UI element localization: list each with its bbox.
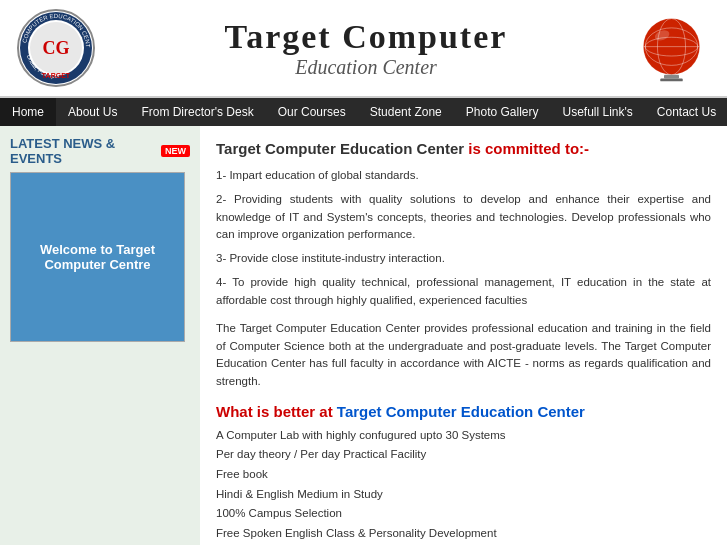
benefit-4: 100% Campus Selection (216, 504, 711, 524)
section2-title: What is better at Target Computer Educat… (216, 403, 711, 420)
point-2: 2- Providing students with quality solut… (216, 191, 711, 244)
benefit-5: Free Spoken English Class & Personality … (216, 524, 711, 544)
nav-gallery[interactable]: Photo Gallery (454, 98, 551, 126)
section1-title: Target Computer Education Center is comm… (216, 140, 711, 157)
svg-rect-15 (660, 78, 683, 81)
sidebar: LATEST NEWS & EVENTS NEW Welcome to Targ… (0, 126, 200, 545)
nav-home[interactable]: Home (0, 98, 56, 126)
section2: What is better at Target Computer Educat… (216, 403, 711, 545)
nav-contact[interactable]: Contact Us (645, 98, 727, 126)
benefit-3: Hindi & English Medium in Study (216, 485, 711, 505)
benefit-list: A Computer Lab with highly confugured up… (216, 426, 711, 545)
sidebar-image-text: Welcome to Target Computer Centre (21, 242, 174, 272)
content-area: Target Computer Education Center is comm… (200, 126, 727, 545)
nav-courses[interactable]: Our Courses (266, 98, 358, 126)
section1-title-normal: Target Computer Education Center (216, 140, 464, 157)
benefit-0: A Computer Lab with highly confugured up… (216, 426, 711, 446)
section2-title-normal: What is better at (216, 403, 333, 420)
globe-image (631, 11, 711, 86)
info-para: The Target Computer Education Center pro… (216, 320, 711, 391)
benefit-1: Per day theory / Per day Practical Facil… (216, 445, 711, 465)
news-header: LATEST NEWS & EVENTS NEW (10, 136, 190, 166)
nav-about[interactable]: About Us (56, 98, 129, 126)
point-1: 1- Impart education of global standards. (216, 167, 711, 185)
logo: CG COMPUTER EDUCATION CENTER Dhata, Fate… (16, 8, 101, 88)
header-title: Target Computer Education Center (101, 18, 631, 79)
header: CG COMPUTER EDUCATION CENTER Dhata, Fate… (0, 0, 727, 98)
section2-title-highlight: Target Computer Education Center (337, 403, 585, 420)
sidebar-image: Welcome to Target Computer Centre (10, 172, 185, 342)
news-title: LATEST NEWS & EVENTS (10, 136, 155, 166)
nav-student[interactable]: Student Zone (358, 98, 454, 126)
benefit-2: Free book (216, 465, 711, 485)
svg-text:CG: CG (43, 38, 70, 58)
nav-links[interactable]: Usefull Link's (550, 98, 644, 126)
main-container: LATEST NEWS & EVENTS NEW Welcome to Targ… (0, 126, 727, 545)
point-3: 3- Provide close institute-industry inte… (216, 250, 711, 268)
navbar: Home About Us From Director's Desk Our C… (0, 98, 727, 126)
nav-director[interactable]: From Director's Desk (129, 98, 265, 126)
main-title: Target Computer (111, 18, 621, 56)
new-badge: NEW (161, 145, 190, 157)
section1-title-highlight: is committed to:- (468, 140, 589, 157)
svg-rect-14 (664, 74, 679, 78)
sub-title: Education Center (111, 56, 621, 79)
point-4: 4- To provide high quality technical, pr… (216, 274, 711, 310)
svg-text:TARGET: TARGET (42, 72, 71, 79)
